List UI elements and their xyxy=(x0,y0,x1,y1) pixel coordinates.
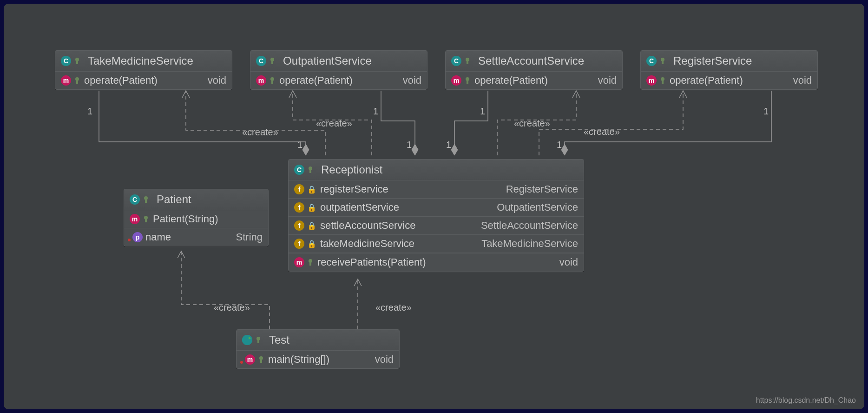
diagram-panel: C TakeMedicineService m operate(Patient)… xyxy=(4,4,864,409)
multiplicity-label: 1 xyxy=(297,140,302,150)
field-type: TakeMedicineService xyxy=(481,238,578,250)
method-signature: operate(Patient) xyxy=(670,74,743,87)
property-type: String xyxy=(236,231,263,243)
multiplicity-label: 1 xyxy=(557,140,562,150)
method-icon: m xyxy=(646,75,657,86)
multiplicity-label: 1 xyxy=(446,140,451,150)
property-icon: p xyxy=(132,232,143,242)
public-icon xyxy=(307,167,314,173)
field-name: outpatientService xyxy=(320,201,399,213)
runnable-class-icon xyxy=(242,335,252,345)
class-outpatientservice: C OutpatientService m operate(Patient) v… xyxy=(250,50,427,90)
return-type: void xyxy=(375,353,394,366)
public-icon xyxy=(143,196,149,203)
method-signature: main(String[]) xyxy=(268,353,329,366)
class-title: OutpatientService xyxy=(283,54,372,67)
method-icon: m xyxy=(294,257,304,267)
class-title: Patient xyxy=(157,193,191,206)
multiplicity-label: 1 xyxy=(407,140,412,150)
create-stereotype: «create» xyxy=(214,302,250,313)
create-stereotype: «create» xyxy=(375,302,412,313)
class-receptionist: C Receptionist f 🔒 registerService Regis… xyxy=(288,159,584,272)
field-icon: f xyxy=(294,184,304,194)
method-icon: m xyxy=(451,75,461,86)
public-icon xyxy=(74,58,80,64)
lock-icon: 🔒 xyxy=(307,203,316,212)
public-icon xyxy=(659,58,666,64)
create-stereotype: «create» xyxy=(242,127,278,138)
create-stereotype: «create» xyxy=(584,127,620,137)
class-icon: C xyxy=(294,165,304,175)
method-signature: operate(Patient) xyxy=(279,74,353,87)
return-type: void xyxy=(598,74,617,87)
field-name: takeMedicineService xyxy=(320,238,414,250)
static-dot-icon xyxy=(240,361,243,364)
property-name: name xyxy=(145,231,171,243)
field-icon: f xyxy=(294,220,304,231)
multiplicity-label: 1 xyxy=(87,106,92,117)
class-title: Receptionist xyxy=(321,163,382,176)
lock-icon: 🔒 xyxy=(307,240,316,248)
return-type: void xyxy=(403,74,421,87)
public-icon xyxy=(269,77,276,84)
method-icon: m xyxy=(245,354,255,365)
public-icon xyxy=(258,356,264,363)
class-icon: C xyxy=(451,56,461,66)
lock-icon: 🔒 xyxy=(307,221,316,230)
field-type: SettleAccountService xyxy=(481,220,578,232)
create-stereotype: «create» xyxy=(514,118,550,129)
class-icon: C xyxy=(256,56,266,66)
public-icon xyxy=(464,77,471,84)
create-stereotype: «create» xyxy=(316,118,352,129)
class-test: Test m main(String[]) void xyxy=(236,329,400,369)
class-title: SettleAccountService xyxy=(478,54,584,67)
method-signature: receivePatients(Patient) xyxy=(317,256,426,268)
class-title: TakeMedicineService xyxy=(88,54,193,67)
svg-point-0 xyxy=(242,335,252,345)
field-icon: f xyxy=(294,202,304,213)
class-takemedicineservice: C TakeMedicineService m operate(Patient)… xyxy=(55,50,232,90)
class-icon: C xyxy=(130,194,140,205)
public-icon xyxy=(143,216,149,222)
method-signature: operate(Patient) xyxy=(84,74,158,87)
method-signature: operate(Patient) xyxy=(474,74,548,87)
return-type: void xyxy=(208,74,226,87)
field-name: settleAccountService xyxy=(320,220,415,232)
class-icon: C xyxy=(646,56,657,66)
method-icon: m xyxy=(130,214,140,224)
multiplicity-label: 1 xyxy=(480,106,485,117)
prop-dot-icon xyxy=(128,239,131,241)
lock-icon: 🔒 xyxy=(307,185,316,194)
method-icon: m xyxy=(61,75,71,86)
public-icon xyxy=(307,259,314,266)
public-icon xyxy=(659,77,666,84)
field-type: RegisterService xyxy=(506,183,578,195)
multiplicity-label: 1 xyxy=(763,106,769,117)
field-name: registerService xyxy=(320,183,388,195)
public-icon xyxy=(74,77,80,84)
class-title: RegisterService xyxy=(673,54,752,67)
class-title: Test xyxy=(269,333,289,346)
watermark-text: https://blog.csdn.net/Dh_Chao xyxy=(756,396,856,405)
field-type: OutpatientService xyxy=(497,201,578,213)
return-type: void xyxy=(559,256,578,268)
class-icon: C xyxy=(61,56,71,66)
public-icon xyxy=(255,337,262,343)
class-patient: C Patient m Patient(String) p name Strin… xyxy=(124,189,269,246)
public-icon xyxy=(464,58,471,64)
public-icon xyxy=(269,58,276,64)
class-registerservice: C RegisterService m operate(Patient) voi… xyxy=(640,50,818,90)
class-settleaccountservice: C SettleAccountService m operate(Patient… xyxy=(445,50,623,90)
constructor-signature: Patient(String) xyxy=(153,213,218,225)
method-icon: m xyxy=(256,75,266,86)
field-icon: f xyxy=(294,239,304,249)
multiplicity-label: 1 xyxy=(373,106,378,117)
return-type: void xyxy=(793,74,812,87)
